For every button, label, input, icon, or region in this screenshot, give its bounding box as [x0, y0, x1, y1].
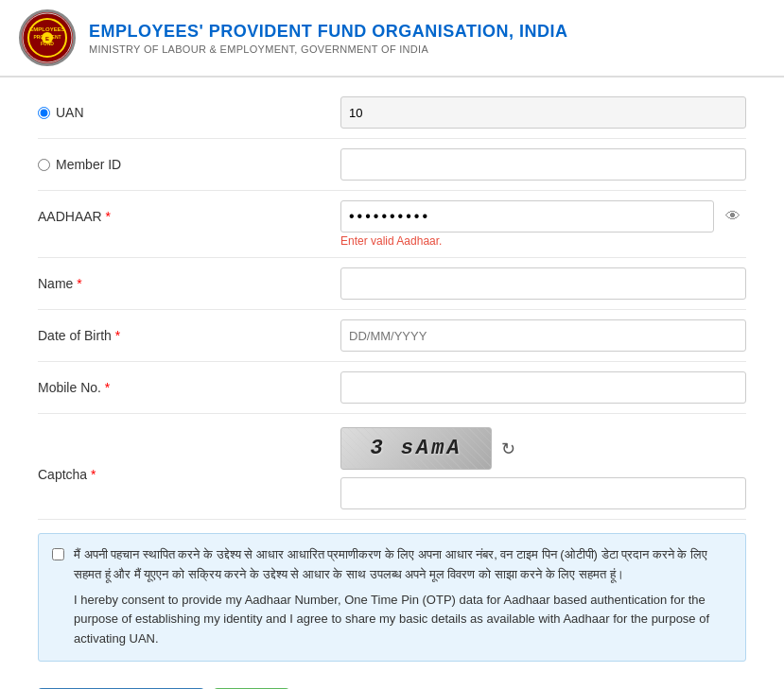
aadhaar-label: AADHAAR *	[38, 209, 340, 224]
member-id-radio-label[interactable]: Member ID	[38, 157, 340, 172]
dob-label: Date of Birth *	[38, 328, 340, 343]
uan-row: UAN	[38, 87, 746, 139]
consent-hindi: मैं अपनी पहचान स्थापित करने के उद्देश्य …	[74, 545, 732, 585]
toggle-password-icon[interactable]: 👁	[720, 203, 746, 230]
dob-required: *	[112, 328, 120, 343]
page-wrapper: EMPLOYEES PROVIDENT FUND E EMPLOYEES' PR…	[0, 0, 784, 689]
consent-text: मैं अपनी पहचान स्थापित करने के उद्देश्य …	[74, 545, 732, 649]
org-name: EMPLOYEES' PROVIDENT FUND ORGANISATION, …	[89, 22, 567, 42]
consent-box: मैं अपनी पहचान स्थापित करने के उद्देश्य …	[38, 533, 746, 662]
name-required: *	[73, 276, 81, 291]
ministry-name: MINISTRY OF LABOUR & EMPLOYMENT, GOVERNM…	[89, 43, 567, 55]
name-row: Name *	[38, 258, 746, 310]
captcha-image: 3 sAmA	[340, 427, 492, 470]
mobile-row: Mobile No. *	[38, 362, 746, 414]
aadhaar-section: AADHAAR * 👁 Enter valid Aadhaar.	[38, 191, 746, 258]
uan-input[interactable]	[340, 96, 746, 129]
captcha-input[interactable]	[340, 477, 746, 509]
dob-row: Date of Birth *	[38, 310, 746, 362]
captcha-label: Captcha *	[38, 420, 340, 482]
captcha-right: 3 sAmA ↻	[340, 420, 746, 509]
epfo-logo: EMPLOYEES PROVIDENT FUND E	[19, 9, 76, 66]
svg-text:EMPLOYEES: EMPLOYEES	[29, 26, 64, 32]
aadhaar-error: Enter valid Aadhaar.	[340, 234, 442, 248]
dob-input[interactable]	[340, 319, 746, 352]
svg-text:E: E	[45, 36, 49, 42]
captcha-required: *	[87, 467, 96, 482]
uan-radio[interactable]	[38, 107, 50, 119]
name-label: Name *	[38, 276, 340, 291]
member-id-label-text: Member ID	[56, 157, 121, 172]
button-row: Get Authorization Pin Reset	[38, 675, 746, 689]
captcha-section: Captcha * 3 sAmA ↻	[38, 414, 746, 520]
form-container: UAN Member ID AADHAAR * 👁	[0, 78, 784, 689]
uan-radio-label[interactable]: UAN	[38, 105, 340, 120]
mobile-label: Mobile No. *	[38, 380, 340, 395]
member-id-radio[interactable]	[38, 159, 50, 171]
captcha-refresh-icon[interactable]: ↻	[501, 439, 515, 459]
aadhaar-row-top: AADHAAR * 👁	[38, 200, 746, 233]
header: EMPLOYEES PROVIDENT FUND E EMPLOYEES' PR…	[0, 0, 784, 78]
consent-english: I hereby consent to provide my Aadhaar N…	[74, 591, 732, 649]
captcha-image-area: 3 sAmA ↻	[340, 420, 746, 477]
aadhaar-required: *	[102, 209, 111, 224]
mobile-input[interactable]	[340, 371, 746, 404]
aadhaar-wrapper: 👁	[340, 200, 746, 233]
aadhaar-input[interactable]	[340, 200, 714, 233]
member-id-input[interactable]	[340, 148, 746, 181]
mobile-required: *	[101, 380, 110, 395]
consent-checkbox[interactable]	[52, 548, 64, 560]
uan-label-text: UAN	[56, 105, 84, 120]
member-id-row: Member ID	[38, 139, 746, 191]
header-text: EMPLOYEES' PROVIDENT FUND ORGANISATION, …	[89, 22, 567, 55]
name-input[interactable]	[340, 267, 746, 300]
